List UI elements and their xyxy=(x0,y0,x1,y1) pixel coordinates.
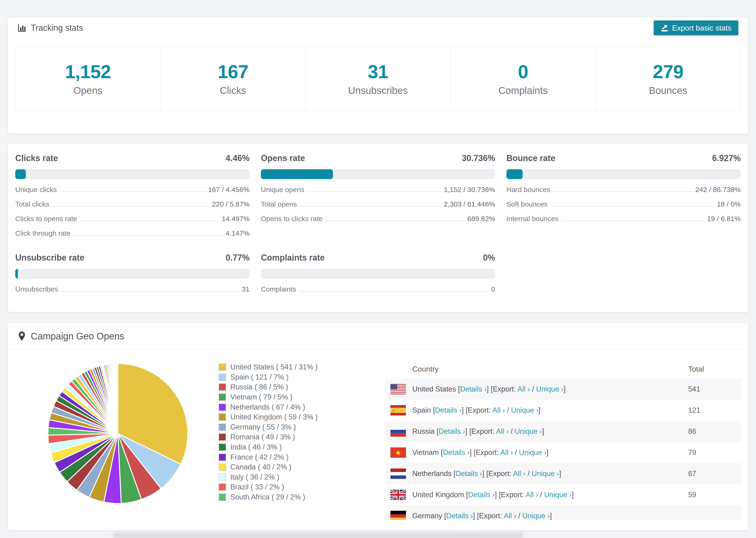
legend-item: Germany ( 55 / 3% ) xyxy=(219,422,318,432)
export-unique-link[interactable]: Unique › xyxy=(514,427,542,435)
rate-row: Hard bounces242 / 86.738% xyxy=(507,186,741,194)
details-link[interactable]: Details › xyxy=(460,385,487,393)
stat-label: Bounces xyxy=(649,85,687,96)
details-link[interactable]: Details › xyxy=(468,491,495,499)
details-link[interactable]: Details › xyxy=(435,406,462,414)
pie-legend: United States ( 541 / 31% )Spain ( 121 /… xyxy=(219,362,318,502)
stat-value: 31 xyxy=(368,61,388,82)
page-title: Tracking stats xyxy=(31,23,83,33)
legend-label: Netherlands ( 67 / 4% ) xyxy=(230,403,305,411)
pie-slice[interactable] xyxy=(118,364,118,434)
rate-title: Clicks rate xyxy=(15,153,58,163)
export-all-link[interactable]: All › xyxy=(492,406,505,414)
export-unique-link[interactable]: Unique › xyxy=(522,512,550,520)
tracking-stats-header: Tracking stats Export basic stats xyxy=(8,17,748,39)
country-cell: United Kingdom [Details ›] [Export: All … xyxy=(412,491,688,499)
dotted-leader xyxy=(60,191,206,192)
rate-progress-track xyxy=(507,169,741,179)
rate-block-complaints-rate: Complaints rate0%Complaints0 xyxy=(261,253,495,293)
legend-label: South Africa ( 29 / 2% ) xyxy=(230,493,305,501)
legend-item: United Kingdom ( 59 / 3% ) xyxy=(219,412,318,422)
stat-value: 1,152 xyxy=(65,61,111,82)
details-link[interactable]: Details › xyxy=(456,469,482,478)
legend-label: Vietnam ( 79 / 5% ) xyxy=(230,393,293,402)
rate-progress-track xyxy=(15,169,249,179)
legend-item: Romania ( 49 / 3% ) xyxy=(219,432,318,442)
rate-row-value: 14.497% xyxy=(222,215,249,223)
total-value: 59 xyxy=(688,491,741,499)
legend-color-swatch xyxy=(219,363,226,371)
legend-label: Canada ( 40 / 2% ) xyxy=(230,463,291,471)
rate-row-value: 220 / 5.87% xyxy=(212,200,249,208)
rate-progress-fill xyxy=(15,269,18,279)
export-unique-link[interactable]: Unique › xyxy=(519,448,546,457)
legend-color-swatch xyxy=(219,423,226,431)
legend-color-swatch xyxy=(219,454,226,461)
rate-row-value: 242 / 86.738% xyxy=(695,186,741,194)
rate-progress-track xyxy=(15,269,249,279)
rate-row-label: Unsubscribes xyxy=(15,285,58,293)
geo-table-row-us: United States [Details ›] [Export: All ›… xyxy=(385,379,741,400)
export-unique-link[interactable]: Unique › xyxy=(544,491,572,499)
export-unique-link[interactable]: Unique › xyxy=(531,469,559,478)
export-all-link[interactable]: All › xyxy=(504,512,516,520)
legend-color-swatch xyxy=(219,463,226,471)
legend-item: Brazil ( 33 / 2% ) xyxy=(219,482,318,492)
export-all-link[interactable]: All › xyxy=(525,491,538,499)
export-all-link[interactable]: All › xyxy=(513,469,525,478)
rate-row: Total clicks220 / 5.87% xyxy=(15,200,249,208)
rate-row-value: 18 / 0% xyxy=(717,200,741,208)
geo-pie-chart xyxy=(45,360,191,507)
legend-label: Russia ( 86 / 5% ) xyxy=(230,383,288,391)
legend-item: Italy ( 36 / 2% ) xyxy=(219,472,318,482)
legend-item: Russia ( 86 / 5% ) xyxy=(219,382,318,392)
rate-title: Unsubscribe rate xyxy=(15,253,84,263)
rate-block-bounce-rate: Bounce rate6.927%Hard bounces242 / 86.73… xyxy=(507,153,741,237)
export-basic-stats-button[interactable]: Export basic stats xyxy=(654,21,738,35)
es-flag-icon xyxy=(391,405,406,415)
rate-progress-fill xyxy=(507,169,523,179)
legend-label: France ( 42 / 2% ) xyxy=(230,453,289,461)
stat-label: Complaints xyxy=(499,85,548,96)
rate-row: Click through rate4.147% xyxy=(15,229,249,237)
rate-block-opens-rate: Opens rate30.736%Unique opens1,152 / 30.… xyxy=(261,153,495,237)
rate-row-value: 4.147% xyxy=(226,229,249,237)
rate-progress-track xyxy=(261,169,495,179)
rate-row: Unique opens1,152 / 30.736% xyxy=(261,186,495,194)
stats-row: 1,152Opens167Clicks31Unsubscribes0Compla… xyxy=(15,46,741,111)
geo-table-row-vn: Vietnam [Details ›] [Export: All › / Uni… xyxy=(385,442,741,463)
page-bottom-shadow xyxy=(113,532,523,538)
rate-block-clicks-rate: Clicks rate4.46%Unique clicks167 / 4.456… xyxy=(15,153,249,237)
stat-value: 0 xyxy=(518,61,528,82)
export-all-link[interactable]: All › xyxy=(517,385,530,393)
rate-row: Opens to clicks rate689.82% xyxy=(261,215,495,223)
geo-table-row-ru: Russia [Details ›] [Export: All › / Uniq… xyxy=(385,421,741,442)
details-link[interactable]: Details › xyxy=(446,512,473,520)
stat-value: 279 xyxy=(653,61,683,82)
dotted-leader xyxy=(74,235,223,236)
geo-table-row-gb: United Kingdom [Details ›] [Export: All … xyxy=(385,484,741,506)
details-link[interactable]: Details › xyxy=(439,427,465,435)
export-all-link[interactable]: All › xyxy=(500,448,513,457)
legend-color-swatch xyxy=(219,483,226,491)
rate-progress-fill xyxy=(15,169,26,179)
tracking-stats-card: Tracking stats Export basic stats 1,152O… xyxy=(8,17,748,134)
legend-label: Romania ( 49 / 3% ) xyxy=(230,433,295,441)
ru-flag-icon xyxy=(391,426,406,437)
details-link[interactable]: Details › xyxy=(443,448,469,457)
export-icon xyxy=(661,24,669,32)
export-unique-link[interactable]: Unique › xyxy=(536,385,564,393)
rate-value: 0.77% xyxy=(226,253,249,263)
campaign-geo-opens-card: Campaign Geo Opens United States ( 541 /… xyxy=(8,323,748,530)
dotted-leader xyxy=(80,221,219,221)
legend-color-swatch xyxy=(219,493,226,501)
export-unique-link[interactable]: Unique › xyxy=(511,406,538,414)
legend-label: Germany ( 55 / 3% ) xyxy=(230,423,296,431)
export-all-link[interactable]: All › xyxy=(496,427,509,435)
rate-row: Soft bounces18 / 0% xyxy=(507,200,741,208)
legend-item: South Africa ( 29 / 2% ) xyxy=(219,492,318,502)
legend-color-swatch xyxy=(219,413,226,421)
legend-item: India ( 46 / 3% ) xyxy=(219,442,318,452)
stat-cell-unsubscribes: 31Unsubscribes xyxy=(306,46,451,111)
legend-item: France ( 42 / 2% ) xyxy=(219,452,318,462)
